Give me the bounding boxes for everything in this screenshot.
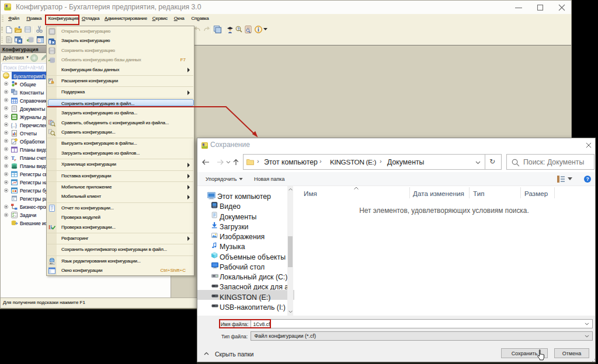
svg-text:?: ? [237, 27, 239, 31]
svg-text:ABC: ABC [50, 262, 54, 265]
svg-text:?: ? [586, 176, 589, 182]
svg-text:r: r [15, 157, 16, 161]
svg-text:{..}: {..} [11, 122, 17, 128]
